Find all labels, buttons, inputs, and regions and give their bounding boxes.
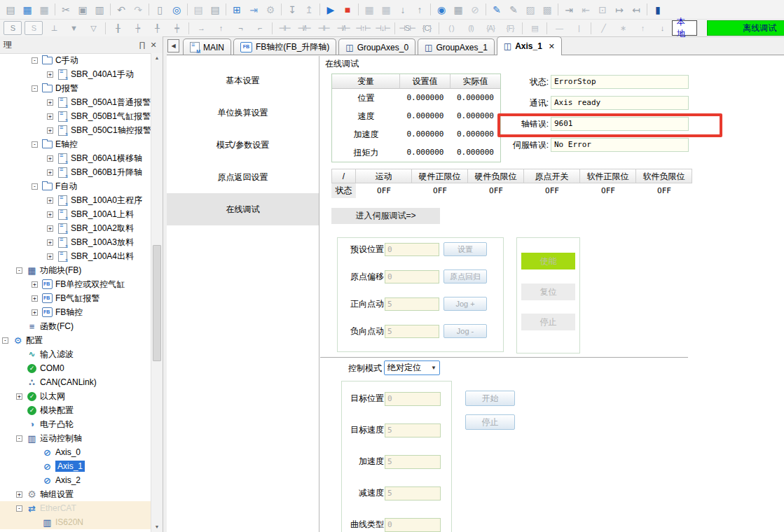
expand-icon[interactable]: + (16, 491, 22, 498)
tree-item--fb-[interactable]: -功能块(FB) (0, 263, 151, 277)
tree-item--[interactable]: 输入滤波 (0, 347, 151, 361)
tree-item-sbr-100a0-[interactable]: +SBR_100A0主程序 (0, 193, 151, 207)
tree-item-sbr-050c1-[interactable]: +SBR_050C1轴控报警 (0, 123, 151, 137)
coil-c-icon[interactable]: {C} (417, 21, 436, 36)
arrow-up-tool-icon[interactable]: ↑ (633, 21, 652, 36)
device-monitor-icon[interactable]: ▮ (649, 2, 666, 17)
test-mode-icon[interactable]: ⊡ (594, 2, 611, 17)
timing-chart-icon[interactable]: ⊘ (467, 2, 483, 17)
expand-icon[interactable]: + (47, 127, 53, 134)
tree-item--[interactable]: -配置 (0, 333, 151, 347)
tree-item-axis-2[interactable]: Axis_2 (0, 473, 151, 487)
contact-no-parallel-icon[interactable]: ⊣⊢ (314, 21, 333, 36)
collapse-icon[interactable]: - (16, 267, 22, 274)
menu-item-0[interactable]: 基本设置 (167, 64, 319, 97)
contact-nc-icon[interactable]: ⊣/⊢ (294, 21, 314, 36)
line-up-icon[interactable]: ↑ (211, 21, 231, 36)
scroll-down-icon[interactable]: ▼ (151, 522, 163, 532)
tab-axis-1[interactable]: Axis_1✕ (497, 36, 562, 55)
tree-item--[interactable]: ✓模块配置 (0, 403, 151, 417)
save-icon[interactable]: ▦ (19, 2, 36, 17)
page-settings-icon[interactable]: ⚙ (262, 2, 279, 17)
copy-icon[interactable]: ▣ (74, 2, 91, 17)
collapse-icon[interactable]: - (2, 337, 8, 344)
halt-button[interactable]: 停止 (521, 314, 575, 330)
expand-icon[interactable]: + (32, 309, 38, 316)
write-values-icon[interactable]: ✎ (488, 2, 505, 17)
menu-item-1[interactable]: 单位换算设置 (167, 97, 319, 129)
tree-item--[interactable]: +✓以太网 (0, 389, 151, 403)
tree-item--fc-[interactable]: 函数(FC) (0, 319, 151, 333)
collapse-icon[interactable]: - (32, 141, 38, 148)
clear-values-icon[interactable]: ▩ (539, 2, 556, 17)
insert-down-outline-icon[interactable]: ▽ (83, 21, 103, 36)
expand-icon[interactable]: + (47, 99, 53, 106)
collapse-icon[interactable]: - (32, 57, 38, 64)
print-preview-icon[interactable]: ▤ (190, 2, 207, 17)
insert-down-filled-icon[interactable]: ▼ (64, 21, 83, 36)
print-icon[interactable]: ▤ (207, 2, 223, 17)
coil-out-icon[interactable]: ( ) (441, 21, 461, 36)
compile-fll-icon[interactable]: ▦ (361, 2, 378, 17)
menu-item-3[interactable]: 原点返回设置 (167, 161, 319, 193)
tree-item-sbr-100a3-[interactable]: +SBR_100A3放料 (0, 235, 151, 249)
pin-icon[interactable]: ∏ (137, 41, 148, 49)
export-page-icon[interactable]: ⇥ (245, 2, 262, 17)
tree-item-sbr-100a4-[interactable]: +SBR_100A4出料 (0, 249, 151, 263)
cut-icon[interactable]: ✂ (57, 2, 74, 17)
expand-icon[interactable]: + (47, 239, 53, 246)
set-coil-s1-icon[interactable]: S (4, 21, 22, 35)
line-corner-up-icon[interactable]: ⌐ (250, 21, 270, 36)
coil-set-icon[interactable]: ⊣S⊢ (397, 21, 417, 36)
tree-item--[interactable]: 电子凸轮 (0, 417, 151, 431)
local-mode-button[interactable]: 本地 (672, 20, 697, 36)
target-input[interactable] (385, 424, 441, 438)
tree-item-fb-[interactable]: +FB单控或双控气缸 (0, 277, 151, 291)
contact-no-icon[interactable]: ⊣⊢ (275, 21, 294, 36)
value-table-icon[interactable]: ▦ (450, 2, 467, 17)
vline-icon[interactable]: | (569, 21, 589, 36)
save-all-icon[interactable]: ▦ (36, 2, 53, 17)
tree-item-is620n[interactable]: IS620N (0, 515, 151, 529)
rung-insert-above-icon[interactable]: ╂ (108, 21, 128, 36)
arrow-down-tool-icon[interactable]: ↓ (652, 21, 672, 36)
tree-item-com0[interactable]: ✓COM0 (0, 361, 151, 375)
tree-item-sbr-040a1-[interactable]: +SBR_040A1手动 (0, 67, 151, 81)
redo-icon[interactable]: ↷ (130, 2, 146, 17)
step-forward-icon[interactable]: ↦ (611, 2, 628, 17)
jog-input[interactable] (385, 243, 439, 256)
tree-item-axis-1[interactable]: Axis_1 (0, 459, 151, 473)
download-plc-icon[interactable]: ↓ (394, 2, 411, 17)
enter-servo-debug-button[interactable]: 进入伺服调试=> (331, 208, 440, 224)
expand-icon[interactable]: + (47, 211, 53, 218)
tree-item-e-[interactable]: -E轴控 (0, 137, 151, 151)
jog-button-jog-[interactable]: Jog + (443, 297, 487, 311)
coil-invert-icon[interactable]: (I) (461, 21, 481, 36)
jog-input[interactable] (385, 325, 439, 338)
control-mode-select[interactable]: 绝对定位 ▼ (384, 360, 440, 375)
jog-input[interactable] (385, 298, 439, 311)
slash-tool-icon[interactable]: ╱ (593, 21, 613, 36)
collapse-icon[interactable]: - (32, 183, 38, 190)
contact-falling-icon[interactable]: ⊣↓⊢ (373, 21, 392, 36)
tree-item-f-[interactable]: -F自动 (0, 179, 151, 193)
line-right-icon[interactable]: → (191, 21, 211, 36)
scrollbar-thumb[interactable] (153, 245, 161, 361)
tree-item-can-canlink-[interactable]: CAN(CANLink) (0, 375, 151, 389)
run-icon[interactable]: ▶ (322, 2, 339, 17)
tree-item-sbr-060a1-[interactable]: +SBR_060A1横移轴 (0, 151, 151, 165)
target-input[interactable] (385, 486, 441, 500)
tab-groupaxes-0[interactable]: GroupAxes_0 (338, 38, 415, 55)
jog-button-jog-[interactable]: Jog - (443, 324, 487, 338)
jog-button--[interactable]: 原点回归 (443, 270, 487, 284)
reset-button[interactable]: 复位 (521, 284, 575, 300)
hline-icon[interactable]: — (549, 21, 569, 36)
tree-item-sbr-100a2-[interactable]: +SBR_100A2取料 (0, 221, 151, 235)
expand-icon[interactable]: + (32, 281, 38, 288)
expand-icon[interactable]: + (47, 113, 53, 120)
tab-close-icon[interactable]: ✕ (549, 42, 555, 51)
offline-debug-button[interactable]: 离线调试 (707, 20, 784, 36)
scroll-up-icon[interactable]: ▲ (151, 53, 163, 63)
edit-values-icon[interactable]: ✎ (505, 2, 522, 17)
jog-button--[interactable]: 设置 (443, 242, 487, 256)
